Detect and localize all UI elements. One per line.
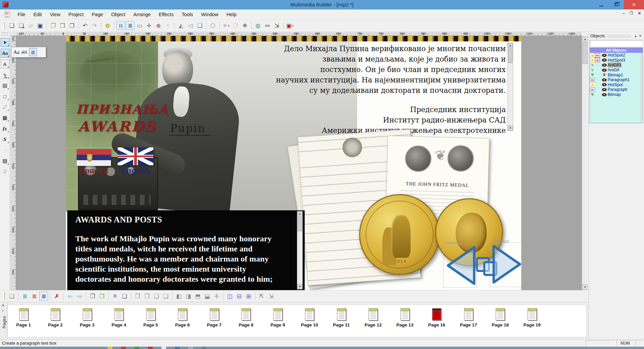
- toolbar-grip[interactable]: [3, 292, 5, 300]
- flip-horizontal-button[interactable]: ◭: [177, 21, 185, 30]
- page-thumbnail-page-19[interactable]: Page 19: [520, 308, 544, 327]
- snap-button[interactable]: ⇲: [267, 292, 275, 301]
- hidden-x-icon[interactable]: ✘: [602, 73, 607, 77]
- menu-edit[interactable]: Edit: [29, 10, 46, 19]
- vertical-guides-button[interactable]: ∥∥: [116, 21, 125, 30]
- scroll-up-arrow[interactable]: ▲: [582, 36, 588, 42]
- tool-video[interactable]: ▦: [1, 113, 9, 122]
- visible-eye-icon[interactable]: [602, 88, 607, 91]
- scroll-thumb[interactable]: [582, 42, 588, 64]
- space-down-button[interactable]: ⊟: [235, 292, 243, 301]
- scroll-up-arrow[interactable]: ▲: [297, 211, 302, 216]
- menu-help[interactable]: Help: [223, 10, 241, 19]
- scroll-down-arrow[interactable]: ▼: [297, 284, 302, 289]
- menu-tools[interactable]: Tools: [178, 10, 197, 19]
- text-frame-option[interactable]: ▧: [29, 48, 37, 56]
- object-row-paragraph[interactable]: ▤Paragraph: [590, 87, 643, 92]
- compile-button[interactable]: ▣▾: [286, 21, 294, 30]
- tool-animated-gif[interactable]: ϟGIF: [1, 70, 9, 79]
- visible-eye-icon[interactable]: [602, 93, 607, 96]
- page-thumbnail-page-9[interactable]: Page 9: [266, 308, 290, 327]
- tool-text[interactable]: Aa: [1, 49, 9, 58]
- run-script-button[interactable]: ⇲: [272, 21, 281, 30]
- page-thumbnail-page-11[interactable]: Page 11: [330, 308, 353, 327]
- menu-effects[interactable]: Effects: [155, 10, 178, 19]
- menu-file[interactable]: File: [13, 10, 29, 19]
- center-object-button[interactable]: ✛: [212, 292, 221, 301]
- page-thumbnail-page-13[interactable]: Page 13: [393, 308, 417, 327]
- tool-text-label[interactable]: A: [1, 60, 9, 68]
- menu-page[interactable]: Page: [88, 10, 107, 19]
- skew-button[interactable]: ◁: [186, 21, 195, 30]
- vertical-ruler[interactable]: 150200250300350400450500550600650700: [10, 36, 16, 290]
- copy-page-button[interactable]: ❐: [88, 292, 97, 301]
- object-name[interactable]: Bitmap: [608, 92, 621, 97]
- zoom-button[interactable]: ⊕: [154, 21, 163, 30]
- save-button[interactable]: ▣: [36, 21, 44, 30]
- visible-eye-icon[interactable]: [602, 64, 607, 67]
- page-thumbnail-page-2[interactable]: Page 2: [44, 308, 67, 327]
- align-left-button[interactable]: ◧: [175, 292, 183, 301]
- align-right-button[interactable]: ◨: [184, 292, 193, 301]
- tool-select[interactable]: ➤: [1, 38, 9, 47]
- speech-bubble-button[interactable]: ❍: [231, 21, 240, 30]
- scroll-thumb[interactable]: [298, 217, 302, 231]
- mdi-close-button[interactable]: ✕: [638, 11, 641, 16]
- redo-button[interactable]: ↷: [90, 21, 99, 30]
- page-thumbnail-page-7[interactable]: Page 7: [202, 308, 226, 327]
- scroll-up-arrow[interactable]: ▲: [508, 43, 513, 48]
- close-button[interactable]: ✕: [624, 0, 644, 9]
- object-name[interactable]: HotSpot2: [608, 53, 625, 58]
- page-view-button[interactable]: ▭: [135, 21, 144, 30]
- shape-button[interactable]: ⎔: [209, 21, 217, 30]
- script-list-button[interactable]: ≔: [263, 21, 272, 30]
- awards-box-scrollbar[interactable]: ▲ ▼: [297, 211, 303, 289]
- visible-eye-icon[interactable]: [602, 78, 607, 81]
- new-text-button[interactable]: ❏T: [17, 21, 26, 30]
- objects-filter-combobox[interactable]: [590, 40, 643, 46]
- tool-script[interactable]: S: [1, 135, 9, 144]
- awards-text-box[interactable]: AWARDS AND POSTS The work of Mihajlo Pup…: [67, 210, 305, 290]
- panel-close-button[interactable]: ✕: [638, 34, 643, 38]
- page-thumbnail-page-12[interactable]: Page 12: [362, 308, 385, 327]
- size-to-grid-button[interactable]: ⇱: [257, 292, 266, 301]
- object-name[interactable]: AniGif: [608, 68, 619, 72]
- tool-rectangle[interactable]: □: [1, 92, 9, 101]
- menu-view[interactable]: View: [46, 10, 64, 19]
- object-row-bitmap1[interactable]: Ψ✘Bitmap1: [590, 72, 643, 77]
- minimize-button[interactable]: [594, 0, 609, 9]
- panel-grip[interactable]: [607, 34, 631, 37]
- script-globe-button[interactable]: ◍: [254, 21, 262, 30]
- page-thumbnail-page-16[interactable]: Page 16: [425, 308, 449, 327]
- page-stack-red-button[interactable]: ≣: [30, 292, 39, 301]
- page-thumbnail-page-8[interactable]: Page 8: [234, 308, 258, 327]
- select-area-button[interactable]: ▫: [163, 21, 172, 30]
- panel-collapse-button[interactable]: ▴: [633, 34, 638, 38]
- object-name[interactable]: HotSpot3: [608, 58, 625, 63]
- object-name[interactable]: Paragraph: [608, 87, 627, 92]
- object-row-hotspot2[interactable]: ✱≫HotSpot2: [590, 53, 643, 58]
- horizontal-guides-button[interactable]: ≣: [126, 21, 135, 30]
- bring-to-front-button[interactable]: ❐: [133, 292, 142, 301]
- align-top-button[interactable]: ⬒: [193, 292, 202, 301]
- scroll-down-arrow[interactable]: ▼: [508, 126, 513, 131]
- tool-paragraph[interactable]: ▤: [1, 81, 9, 90]
- bring-forward-button[interactable]: ❏: [152, 292, 161, 301]
- object-row-hotspot3[interactable]: ✱≪HotSpot3: [590, 58, 643, 63]
- menu-project[interactable]: Project: [65, 10, 88, 19]
- import-page-button[interactable]: ❒: [98, 292, 106, 301]
- page-thumbnail-page-10[interactable]: Page 10: [298, 308, 321, 327]
- all-objects-header[interactable]: All Objects: [590, 48, 643, 53]
- rotate-page-button[interactable]: ❏: [120, 292, 129, 301]
- page-thumbnail-page-4[interactable]: Page 4: [107, 308, 131, 327]
- page-thumbnail-page-6[interactable]: Page 6: [171, 308, 194, 327]
- object-row-anigif1[interactable]: ϟAniGif1: [590, 63, 643, 68]
- space-across-button[interactable]: ◫: [225, 292, 234, 301]
- mdi-restore-button[interactable]: ❐: [630, 11, 633, 15]
- page-thumbnail-page-17[interactable]: Page 17: [457, 308, 480, 327]
- tool-effects[interactable]: fx: [1, 124, 9, 133]
- object-name[interactable]: AniGif1: [608, 63, 621, 67]
- tool-hotspot[interactable]: ⌞⌝: [1, 103, 9, 111]
- sort-pages-button[interactable]: ≡: [111, 292, 119, 301]
- page-thumbnail-page-5[interactable]: Page 5: [139, 308, 162, 327]
